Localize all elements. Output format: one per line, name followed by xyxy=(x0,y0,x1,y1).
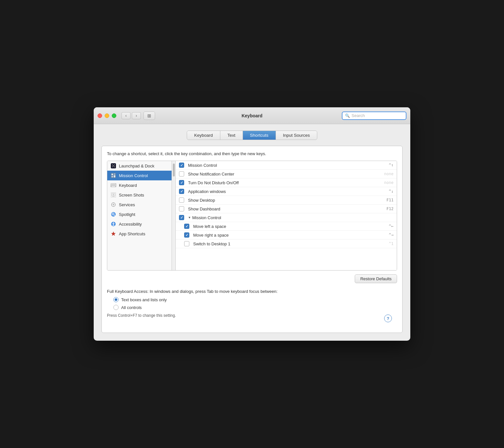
sidebar: Launchpad & Dock Mission xyxy=(107,161,172,270)
checkbox-switch-desktop1[interactable] xyxy=(184,241,189,246)
tab-input-sources[interactable]: Input Sources xyxy=(276,131,317,140)
keyboard-access-section: Full Keyboard Access: In windows and dia… xyxy=(107,289,397,318)
keyboard-preferences-window: ‹ › ⊞ Keyboard 🔍 Keyboard Text Shortcuts… xyxy=(94,107,410,341)
svg-point-1 xyxy=(112,165,113,165)
sidebar-item-accessibility[interactable]: Accessibility xyxy=(107,219,172,229)
forward-button[interactable]: › xyxy=(132,112,141,119)
svg-rect-17 xyxy=(111,185,111,186)
spotlight-icon xyxy=(110,211,116,217)
keyboard-hint: Press Control+F7 to change this setting. xyxy=(107,313,397,318)
checkbox-show-desktop[interactable] xyxy=(179,197,184,203)
checkbox-move-left[interactable] xyxy=(184,224,189,229)
sidebar-item-appshortcuts[interactable]: App Shortcuts xyxy=(107,229,172,239)
radio-label-text-boxes: Text boxes and lists only xyxy=(121,297,167,302)
shortcut-name: Show Desktop xyxy=(188,198,386,203)
radio-all-controls[interactable] xyxy=(113,305,119,310)
svg-rect-26 xyxy=(112,196,114,197)
sidebar-item-keyboard[interactable]: Keyboard xyxy=(107,180,172,190)
shortcut-key: ^← xyxy=(389,224,394,229)
checkbox-notification-center[interactable] xyxy=(179,171,184,176)
shortcut-row-show-desktop[interactable]: Show Desktop F11 xyxy=(176,196,397,205)
content-area: Keyboard Text Shortcuts Input Sources To… xyxy=(94,124,410,341)
shortcut-name: Move right a space xyxy=(193,233,389,238)
sidebar-item-keyboard-label: Keyboard xyxy=(119,183,137,188)
sidebar-item-missioncontrol-label: Mission Control xyxy=(119,173,148,178)
checkbox-mission-control-group[interactable] xyxy=(179,215,184,220)
keyboard-access-title: Full Keyboard Access: In windows and dia… xyxy=(107,289,397,294)
launchpad-icon xyxy=(110,163,116,169)
titlebar: ‹ › ⊞ Keyboard 🔍 xyxy=(94,107,410,124)
sidebar-item-screenshots-label: Screen Shots xyxy=(119,193,144,197)
sidebar-item-launchpad[interactable]: Launchpad & Dock xyxy=(107,161,172,171)
instruction-text: To change a shortcut, select it, click t… xyxy=(107,151,397,156)
svg-rect-14 xyxy=(113,184,113,184)
radio-group: Text boxes and lists only All controls xyxy=(113,297,397,310)
sidebar-item-screenshots[interactable]: Screen Shots xyxy=(107,190,172,200)
shortcut-row-mission-control-top[interactable]: Mission Control ^↑ xyxy=(176,161,397,170)
maximize-button[interactable] xyxy=(112,113,116,118)
shortcut-row-move-right[interactable]: Move right a space ^→ xyxy=(176,231,397,240)
shortcut-key: none xyxy=(384,180,394,185)
restore-defaults-button[interactable]: Restore Defaults xyxy=(355,274,397,283)
back-button[interactable]: ‹ xyxy=(121,112,131,119)
shortcut-row-switch-desktop1[interactable]: Switch to Desktop 1 ^1 xyxy=(176,240,397,248)
scrollbar-thumb xyxy=(173,164,175,176)
shortcut-name: Show Notification Center xyxy=(188,172,384,176)
radio-item-all-controls[interactable]: All controls xyxy=(113,305,397,310)
shortcut-row-mission-control-group[interactable]: ▼ Mission Control xyxy=(176,213,397,222)
sidebar-item-launchpad-label: Launchpad & Dock xyxy=(119,164,154,168)
checkbox-show-dashboard[interactable] xyxy=(179,206,184,211)
shortcut-name: Show Dashboard xyxy=(188,207,386,211)
window-title: Keyboard xyxy=(242,113,263,118)
minimize-button[interactable] xyxy=(105,113,109,118)
appshortcuts-icon xyxy=(110,231,116,237)
sidebar-item-spotlight[interactable]: Spotlight xyxy=(107,209,172,219)
shortcut-key: ^↑ xyxy=(389,163,394,167)
grid-button[interactable]: ⊞ xyxy=(143,112,155,120)
radio-item-text-boxes[interactable]: Text boxes and lists only xyxy=(113,297,397,302)
tabs-container: Keyboard Text Shortcuts Input Sources xyxy=(101,131,403,140)
checkbox-move-right[interactable] xyxy=(184,232,189,238)
svg-point-37 xyxy=(113,222,114,223)
help-button[interactable]: ? xyxy=(384,315,392,322)
tab-keyboard[interactable]: Keyboard xyxy=(187,131,220,140)
shortcut-name: Mission Control xyxy=(192,215,394,220)
checkbox-do-not-disturb[interactable] xyxy=(179,180,184,185)
shortcut-list: Mission Control ^↑ Show Notification Cen… xyxy=(176,161,397,270)
checkbox-mission-control-top[interactable] xyxy=(179,163,184,168)
shortcut-key: ^→ xyxy=(389,233,394,237)
checkbox-app-windows[interactable] xyxy=(179,189,184,194)
svg-rect-7 xyxy=(111,174,113,175)
sidebar-item-spotlight-label: Spotlight xyxy=(119,212,135,217)
keyboard-icon xyxy=(110,182,116,188)
shortcut-key: none xyxy=(384,172,394,176)
svg-rect-21 xyxy=(115,185,116,186)
sidebar-item-missioncontrol[interactable]: Mission Control xyxy=(107,171,172,180)
bottom-area: Full Keyboard Access: In windows and dia… xyxy=(107,289,397,327)
svg-rect-15 xyxy=(114,184,114,184)
tab-shortcuts[interactable]: Shortcuts xyxy=(243,131,276,140)
traffic-lights xyxy=(98,113,116,118)
search-input[interactable] xyxy=(352,113,403,118)
shortcut-row-app-windows[interactable]: Application windows ^↓ xyxy=(176,187,397,196)
close-button[interactable] xyxy=(98,113,102,118)
nav-buttons: ‹ › xyxy=(121,112,141,119)
sidebar-item-appshortcuts-label: App Shortcuts xyxy=(119,231,145,236)
shortcut-key: F11 xyxy=(386,198,394,202)
tab-bar: Keyboard Text Shortcuts Input Sources xyxy=(187,131,317,140)
svg-rect-8 xyxy=(114,174,115,175)
svg-rect-18 xyxy=(112,185,112,186)
svg-rect-19 xyxy=(113,185,113,186)
radio-text-boxes-only[interactable] xyxy=(113,297,119,302)
tab-text[interactable]: Text xyxy=(220,131,243,140)
search-icon: 🔍 xyxy=(345,113,350,118)
shortcut-row-notification-center[interactable]: Show Notification Center none xyxy=(176,170,397,178)
shortcut-row-do-not-disturb[interactable]: Turn Do Not Disturb On/Off none xyxy=(176,178,397,187)
shortcut-name: Application windows xyxy=(188,189,389,194)
shortcut-row-move-left[interactable]: Move left a space ^← xyxy=(176,222,397,231)
sidebar-item-services[interactable]: Services xyxy=(107,200,172,209)
radio-label-all-controls: All controls xyxy=(121,305,142,310)
shortcut-key: ^1 xyxy=(389,241,394,246)
shortcut-row-show-dashboard[interactable]: Show Dashboard F12 xyxy=(176,205,397,213)
search-box: 🔍 xyxy=(342,112,406,120)
